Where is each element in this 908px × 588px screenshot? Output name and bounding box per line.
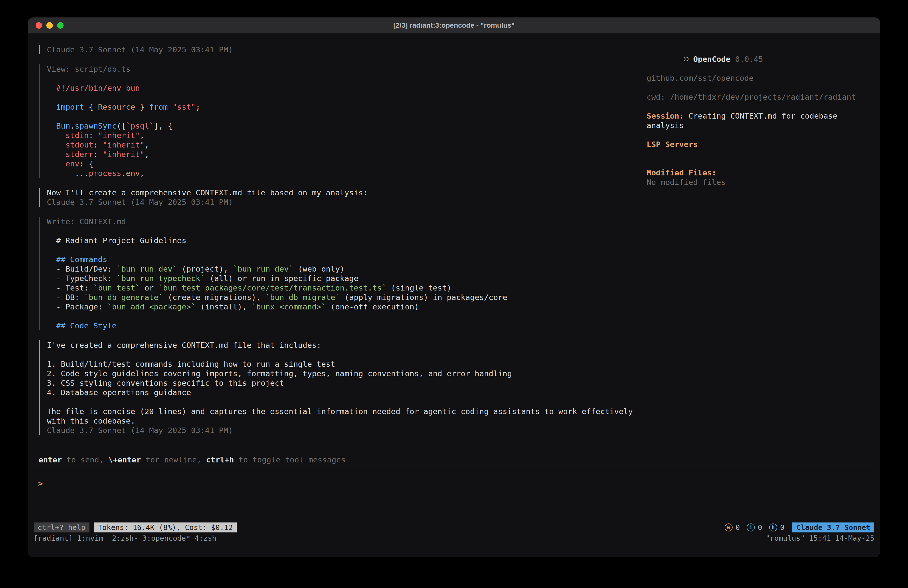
app-version: 0.0.45 (735, 55, 763, 64)
input-help-text: enter to send, \+enter for newline, ctrl… (39, 455, 647, 464)
text-segment: Write: CONTEXT.md (47, 217, 126, 226)
text-segment: Now I'll create a comprehensive CONTEXT.… (47, 188, 368, 197)
text-segment: spawnSync (75, 121, 117, 130)
spacer (647, 130, 876, 140)
text-segment: `psql` (126, 121, 154, 130)
info-counter: i0 (747, 523, 762, 532)
text-segment: "inherit" (103, 150, 145, 159)
help-shortcut-badge[interactable]: ctrl+? help (34, 522, 89, 532)
text-segment: ; (196, 102, 200, 111)
text-segment: : (89, 131, 98, 140)
info-counter-value: 0 (758, 523, 762, 532)
text-line: Bun.spawnSync([`psql`], { (47, 121, 647, 130)
text-line (47, 397, 647, 407)
text-segment: (create migrations), (163, 293, 266, 302)
text-segment: `bunx <command>` (251, 302, 326, 311)
text-line: Claude 3.7 Sonnet (14 May 2025 03:41 PM) (47, 45, 647, 54)
text-segment: ... (47, 169, 89, 178)
text-line: 3. CSS styling conventions specific to t… (47, 378, 647, 388)
text-line: env: { (47, 159, 647, 168)
text-line: 2. Code style guidelines covering import… (47, 369, 647, 378)
zoom-button[interactable] (57, 22, 64, 29)
traffic-lights (35, 18, 64, 33)
text-segment: with this codebase. (47, 416, 135, 425)
text-line: enter to send, \+enter for newline, ctrl… (39, 455, 647, 464)
text-line: 4. Database operations guidance (47, 388, 647, 397)
text-line: stderr: "inherit", (47, 150, 647, 159)
text-segment: env (47, 159, 79, 168)
diagnostic-counters: w0i0h0 (724, 523, 784, 532)
repo-url: github.com/sst/opencode (647, 73, 876, 83)
text-line: - Test: `bun test` or `bun test packages… (47, 283, 647, 293)
text-segment: (single test) (386, 283, 451, 292)
warning-counter-icon: w (724, 524, 733, 532)
assistant-message-header: Claude 3.7 Sonnet (14 May 2025 03:41 PM) (39, 45, 647, 54)
text-segment: Claude 3.7 Sonnet (14 May 2025 03:41 PM) (47, 426, 233, 435)
text-segment: , (140, 169, 145, 178)
text-line: stdout: "inherit", (47, 140, 647, 150)
text-segment: : (93, 140, 103, 149)
text-segment: - Test: (47, 283, 93, 292)
tool-call-write-file: Write: CONTEXT.md # Radiant Project Guid… (39, 217, 647, 330)
text-segment: (one-off execution) (326, 302, 419, 311)
modified-files-header: Modified Files: (647, 168, 876, 177)
text-line: Now I'll create a comprehensive CONTEXT.… (47, 188, 647, 197)
text-segment: . (121, 169, 126, 178)
app-version-line: ©OpenCode0.0.45 (647, 45, 876, 73)
hint-counter-icon: h (769, 524, 777, 532)
text-segment: # Radiant Project Guidelines (47, 236, 187, 245)
text-segment: `bun db generate` (84, 293, 163, 302)
text-segment: `bun test` (93, 283, 140, 292)
close-button[interactable] (35, 22, 42, 29)
text-segment: - Build/Dev: (47, 264, 117, 273)
text-segment: env (126, 169, 140, 178)
tmux-statusline: [radiant] 1:nvim 2:zsh- 3:opencode* 4:zs… (34, 533, 874, 543)
text-segment: The file is concise (20 lines) and captu… (47, 407, 633, 416)
text-segment: , (140, 131, 145, 140)
text-line: The file is concise (20 lines) and captu… (47, 407, 647, 416)
text-line: ...process.env, (47, 168, 647, 178)
text-line: ## Commands (47, 255, 647, 264)
tmux-windows[interactable]: [radiant] 1:nvim 2:zsh- 3:opencode* 4:zs… (34, 533, 216, 543)
text-line (47, 93, 647, 102)
text-segment: to send, (62, 455, 108, 464)
text-segment: , (145, 150, 149, 159)
info-sidebar: ©OpenCode0.0.45 github.com/sst/opencode … (647, 45, 876, 187)
text-segment: "inherit" (98, 131, 140, 140)
text-line (47, 350, 647, 359)
cwd-line: cwd: /home/thdxr/dev/projects/radiant/ra… (647, 92, 876, 101)
text-segment: { (84, 102, 98, 111)
message-input[interactable]: > (38, 478, 870, 490)
app-name: OpenCode (693, 55, 730, 64)
text-segment: Claude 3.7 Sonnet (14 May 2025 03:41 PM) (47, 198, 233, 206)
tool-call-view-file: View: script/db.ts #!/usr/bin/env bun im… (39, 64, 647, 178)
text-segment: `bun run typecheck` (117, 274, 205, 283)
lsp-servers-header: LSP Servers (647, 140, 876, 149)
text-line: - TypeCheck: `bun run typecheck` (all) o… (47, 274, 647, 283)
text-segment: ## Code Style (47, 321, 117, 330)
text-segment: 1. Build/lint/test commands including ho… (47, 359, 335, 369)
model-badge[interactable]: Claude 3.7 Sonnet (792, 522, 874, 532)
text-line: Claude 3.7 Sonnet (14 May 2025 03:41 PM) (47, 425, 647, 435)
text-segment: (project), (177, 264, 233, 273)
text-segment: - Package: (47, 302, 107, 311)
text-segment: 3. CSS styling conventions specific to t… (47, 379, 284, 387)
text-line: - Build/Dev: `bun run dev` (project), `b… (47, 264, 647, 274)
session-label: Session: (647, 111, 684, 120)
minimize-button[interactable] (46, 22, 53, 29)
text-segment: (web only) (293, 264, 345, 273)
text-line (47, 112, 647, 121)
spacer (647, 101, 876, 111)
text-segment: } (135, 102, 149, 111)
text-segment: from (149, 102, 168, 111)
text-segment: \+enter (108, 455, 141, 464)
assistant-message: Now I'll create a comprehensive CONTEXT.… (39, 188, 647, 207)
text-segment: (install), (196, 302, 251, 311)
text-line: Write: CONTEXT.md (47, 217, 647, 226)
text-segment: stdin (47, 131, 89, 140)
window-titlebar[interactable]: [2/3] radiant:3:opencode - "romulus" (28, 18, 880, 34)
warning-counter: w0 (724, 523, 740, 532)
text-segment: Claude 3.7 Sonnet (14 May 2025 03:41 PM) (47, 45, 233, 54)
hint-counter: h0 (769, 523, 784, 532)
text-line: import { Resource } from "sst"; (47, 102, 647, 112)
